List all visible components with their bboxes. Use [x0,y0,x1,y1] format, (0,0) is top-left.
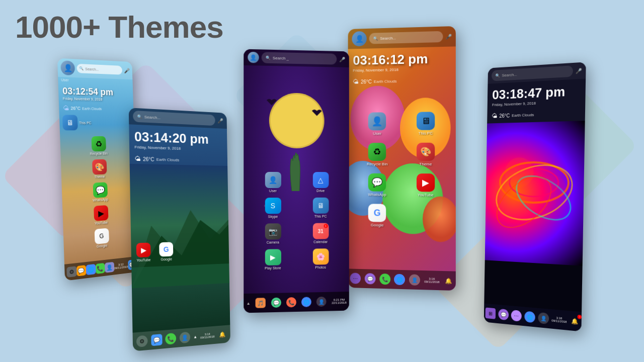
phone3-taskbar: ▲ 🎵 💬 📞 🌐 👤 6:21 PM 22/11/2018 [244,292,349,313]
phone1-taskbar-messages: 💬 [76,265,87,276]
phone2-taskbar-bell: 🔔 [217,329,227,340]
phone3-taskbar-arrow: ▲ [247,301,251,305]
phone3-icons-grid: 👤 User △ Drive S Skype 🖥 This PC 📷 [244,167,349,276]
phone3-taskbar-user: 👤 [316,297,327,307]
phone1-search: 🔍 Search... [76,64,122,75]
phone5-taskbar-msg: 💬 [498,309,509,320]
phone1-recycle-icon: ♻ [91,136,106,152]
phone2-landscape: ▶ YouTube G Google [130,164,229,288]
phone4-taskbar: ⋯ 💬 📞 🌐 👤 3:16 09/11/2018 🔔 [348,268,456,291]
phone5-taskbar-time: 3:18 09/11/2018 [551,316,567,323]
phone1-pc-icon-row: 🖥 This PC [59,113,134,132]
phone3-taskbar-msg: 💬 [271,298,281,308]
phone1-weather-icon: 🌤 [63,105,69,112]
phone3-avatar: 👤 [248,52,259,63]
phone2-google-icon-area: G Google [159,242,173,261]
phone1-taskbar-phone: 📞 [95,263,105,274]
phone3-drive-icon: △ Drive [299,172,342,193]
phone4-google-icon: G Google [357,204,397,228]
phone4-taskbar-time: 3:16 09/11/2018 [424,277,439,284]
phone3-this-pc-icon: 🖥 This PC [299,198,342,218]
phone4-taskbar-bell: 🔔 [443,276,453,286]
phone4-whatsapp-icon: 💬 WhatsApp [357,173,397,197]
phone4-icons-grid: 👤 User 🖥 This PC ♻ Recycle Bin 🎨 Theme 💬 [348,106,456,235]
phone-screen-5: 🔍 Search... 🎤 03:18:47 pm Friday, Novemb… [484,62,586,331]
phone2-weather-icon: 🌤 [135,155,141,162]
phone1-google-row: G Google [66,226,135,251]
phone2-taskbar-time: 3:14 09/11/2018 [200,332,214,339]
phone1-taskbar-chrome: 🌐 [86,264,96,275]
phone3-skype-icon: S Skype [252,198,295,219]
phone4-mic-icon: 🎤 [446,34,452,39]
phone3-camera-icon: 📷 Camera [252,223,295,244]
phone1-google-icon: G [94,228,109,244]
phone1-whatsapp-icon: 💬 [93,182,107,198]
phone3-content: 👤 🔍 Search _ 🎤 👤 User △ Drive S [244,49,349,313]
phone1-monitor-icon: 🖥 [62,115,78,130]
phone2-search: 🔍 Search... [133,111,215,126]
phone4-youtube-icon: ▶ YouTube [405,173,446,198]
phones-showcase: 👤 🔍 Search... 🎤 User 03:12:54 pm Friday,… [0,0,644,362]
phone-screen-2: 🔍 Search... 🎤 03:14:20 pm Friday, Novemb… [129,108,230,351]
phone3-header: 👤 🔍 Search _ 🎤 [244,49,349,67]
phone1-avatar: 👤 [60,60,75,75]
phone5-taskbar-chrome: 🌐 [524,311,535,323]
phone3-taskbar-music: 🎵 [256,298,266,308]
phone1-clock: 03:12:54 pm Friday, November 9, 2018 [58,82,133,105]
phone3-taskbar-time: 6:21 PM 22/11/2018 [332,298,347,305]
phone4-recycle-icon: ♻ Recycle Bin [357,143,397,166]
phone3-photos-icon: 🌸 Photos [299,248,342,269]
phone1-taskbar: ⚙ 💬 🌐 📞 👤 3:12 09/11/2018 💬 [64,256,139,281]
phone5-neon-art [485,121,585,266]
phone3-playstore-icon: ▶ Play Store [252,249,295,270]
phone-screen-3: 👤 🔍 Search _ 🎤 👤 User △ Drive S [244,49,349,313]
phone5-taskbar-dots: ⋯ [511,310,522,322]
phone4-taskbar-dots: ⋯ [350,273,360,284]
phone4-taskbar-phone: 📞 [379,274,390,285]
phone3-taskbar-chrome: 🌐 [301,297,311,307]
phone5-search: 🔍 Search... [492,65,573,81]
phone4-search: 🔍 Search... [369,31,443,44]
phone1-header: 👤 🔍 Search... 🎤 [57,58,132,80]
phone2-clock: 03:14:20 pm Friday, November 9, 2018 [129,124,227,156]
phone3-user-icon: 👤 User [252,172,295,193]
phone4-taskbar-chrome: 🌐 [394,274,406,286]
phone3-search: 🔍 Search _ [262,52,337,64]
phone4-taskbar-user: 👤 [409,274,420,286]
phone3-calendar-icon: 31 3 Calendar [299,223,342,244]
phone2-taskbar-settings: ⚙ [136,335,148,347]
phone1-youtube-row: ▶ YouTube [65,203,134,227]
phone2-youtube-icon-area: ▶ YouTube [136,243,151,262]
phone4-taskbar-msg: 💬 [365,273,376,284]
phone4-user-icon: 👤 User [357,112,397,136]
phone1-weather: 🌤 26°C Earth Clouds [59,104,134,114]
phone4-header: 👤 🔍 Search... 🎤 [348,26,456,49]
phone4-theme-icon: 🎨 Theme [405,143,446,166]
phone3-mic-icon: 🎤 [339,56,345,62]
phone1-recycle-row: ♻ Recycle Bin [63,136,132,156]
phone-screen-4: 👤 🔍 Search... 🎤 03:16:12 pm Friday, Nove… [348,26,456,291]
phone1-taskbar-time: 3:12 09/11/2018 [114,262,128,270]
phone4-clock: 03:16:12 pm Friday, November 9, 2018 [348,46,456,77]
phone2-taskbar-user: 👤 [180,332,191,344]
phone5-taskbar: ⊞ 💬 ⋯ 🌐 👤 3:18 09/11/2018 🔔 ! [484,304,582,332]
phone5-mic-icon: 🎤 [576,68,582,74]
svg-point-19 [505,157,534,188]
phone1-icons: ♻ Recycle Bin 🎨 Theme 💬 WhatsApp ▶ YouTu… [60,132,138,255]
phone2-taskbar-phone: 📞 [166,333,177,345]
phone4-weather-icon: 🌤 [353,78,359,85]
svg-rect-2 [131,263,229,288]
phone2-taskbar-arrow: ▲ [193,334,197,339]
phone1-theme-icon: 🎨 [92,159,107,175]
phone2-taskbar: ⚙ 💬 📞 👤 ▲ 3:14 09/11/2018 🔔 [133,325,230,351]
phone2-mic-icon: 🎤 [217,118,223,123]
phone3-taskbar-phone: 📞 [286,297,296,307]
phone4-weather: 🌤 26°C Earth Clouds [348,75,456,87]
page-title: 1000+ Themes [15,9,223,45]
phone4-overlay: 👤 🔍 Search... 🎤 03:16:12 pm Friday, Nove… [348,26,456,291]
phone-screen-1: 👤 🔍 Search... 🎤 User 03:12:54 pm Friday,… [57,58,139,281]
phone1-taskbar-user: 👤 [105,262,114,273]
phone1-taskbar-settings: ⚙ [66,266,76,278]
phone5-taskbar-windows: ⊞ [485,307,496,319]
phone4-pc-icon: 🖥 This PC [405,112,446,136]
